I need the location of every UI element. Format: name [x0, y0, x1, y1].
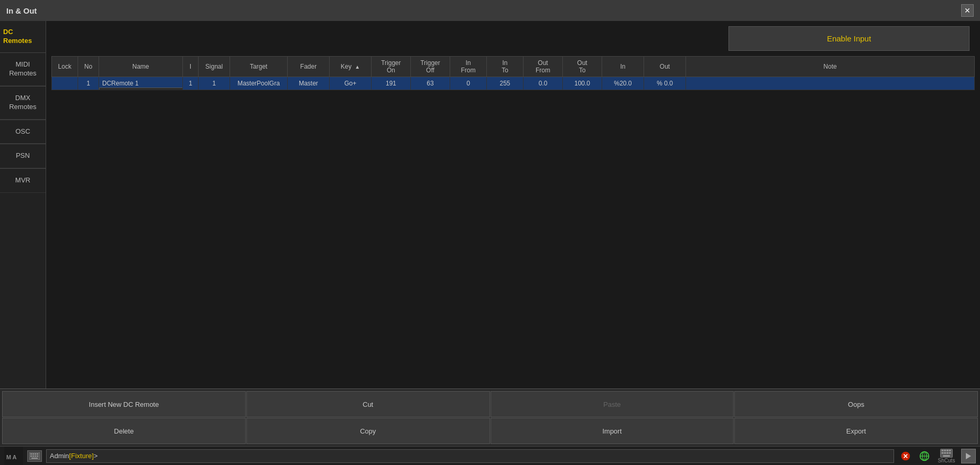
play-button[interactable] — [961, 449, 976, 463]
col-in-from: InFrom — [450, 57, 487, 77]
cell-name-text: DCRemote 1 — [102, 80, 138, 87]
sidebar-item-osc[interactable]: OSC — [0, 120, 46, 144]
col-note: Note — [686, 57, 975, 77]
col-out: Out — [644, 57, 686, 77]
svg-rect-5 — [35, 453, 36, 455]
col-name: Name — [99, 57, 183, 77]
col-signal: Signal — [199, 57, 230, 77]
svg-rect-24 — [946, 452, 949, 453]
svg-rect-9 — [35, 456, 36, 457]
table-container: Lock No Name I Signal Target Fader Key ▲… — [46, 56, 980, 388]
col-out-to: OutTo — [563, 57, 602, 77]
prompt-arrow: > — [94, 452, 98, 460]
bottom-toolbar: Insert New DC Remote Cut Paste Oops Dele… — [0, 388, 980, 446]
cell-target: MasterPoolGra — [230, 77, 288, 90]
col-in: In — [602, 57, 644, 77]
copy-button[interactable]: Copy — [246, 418, 490, 444]
col-lock: Lock — [52, 57, 78, 77]
table-body: 1 DCRemote 1 DCRemote 1 New DC Remote 1 … — [52, 77, 975, 90]
cut-button[interactable]: Cut — [246, 391, 490, 417]
ma-logo: M A — [4, 447, 23, 466]
cell-in-from: 0 — [450, 77, 487, 90]
col-key[interactable]: Key ▲ — [330, 57, 372, 77]
prompt-user: Admin — [50, 452, 69, 460]
sidebar-item-psn[interactable]: PSN — [0, 144, 46, 168]
enable-input-button[interactable]: Enable Input — [728, 26, 970, 51]
cell-trigger-on: 191 — [372, 77, 411, 90]
paste-button[interactable]: Paste — [491, 391, 734, 417]
content-area: Enable Input Lock No Name I Signal Targe… — [46, 21, 980, 388]
cell-note — [686, 77, 975, 90]
sidebar-item-dmx-remotes[interactable]: DMXRemotes — [0, 86, 46, 120]
svg-rect-11 — [31, 458, 38, 459]
col-fader: Fader — [288, 57, 330, 77]
cell-fader: Master — [288, 77, 330, 90]
svg-rect-18 — [942, 449, 944, 451]
col-target: Target — [230, 57, 288, 77]
network-status-icon[interactable] — [898, 449, 913, 463]
col-in-to: InTo — [487, 57, 524, 77]
dc-remotes-label[interactable]: DCRemotes — [0, 21, 46, 52]
svg-rect-7 — [30, 456, 32, 457]
svg-rect-22 — [942, 452, 944, 453]
col-trigger-off: TriggerOff — [411, 57, 450, 77]
sidebar-item-mvr[interactable]: MVR — [0, 169, 46, 193]
svg-rect-25 — [949, 452, 951, 453]
cell-in-to: 255 — [487, 77, 524, 90]
dropdown-item-dcremote1[interactable]: DCRemote 1 — [100, 88, 182, 90]
import-button[interactable]: Import — [491, 418, 734, 444]
cell-key: Go+ — [330, 77, 372, 90]
cell-trigger-off: 63 — [411, 77, 450, 90]
cell-out-from: 0.0 — [524, 77, 563, 90]
cell-col4: 1 — [183, 77, 199, 90]
svg-rect-4 — [32, 453, 34, 455]
col-i: I — [183, 57, 199, 77]
sidebar: DCRemotes MIDIRemotes DMXRemotes OSC PSN… — [0, 21, 46, 388]
delete-button[interactable]: Delete — [2, 418, 246, 444]
svg-text:M A: M A — [6, 454, 17, 460]
cell-signal: 1 — [199, 77, 230, 90]
table-row[interactable]: 1 DCRemote 1 DCRemote 1 New DC Remote 1 … — [52, 77, 975, 90]
cell-name[interactable]: DCRemote 1 DCRemote 1 New DC Remote — [99, 77, 183, 90]
svg-marker-27 — [966, 453, 971, 459]
command-input-wrapper[interactable]: Admin[Fixture]> — [46, 449, 894, 463]
globe-icon[interactable] — [917, 449, 932, 463]
sort-arrow-key: ▲ — [355, 64, 360, 70]
window-title: In & Out — [6, 6, 37, 15]
col-no: No — [78, 57, 99, 77]
svg-rect-20 — [946, 449, 949, 451]
remotes-table: Lock No Name I Signal Target Fader Key ▲… — [51, 56, 975, 90]
svg-rect-3 — [30, 453, 32, 455]
keyboard-icon — [27, 450, 42, 462]
svg-rect-8 — [32, 456, 34, 457]
sidebar-item-midi-remotes[interactable]: MIDIRemotes — [0, 53, 46, 86]
oops-button[interactable]: Oops — [734, 391, 978, 417]
close-btn[interactable]: ✕ — [961, 4, 974, 17]
shortcuts-label: ShCuts — [938, 458, 955, 463]
svg-rect-23 — [944, 452, 946, 453]
main-layout: DCRemotes MIDIRemotes DMXRemotes OSC PSN… — [0, 21, 980, 388]
table-header-row: Lock No Name I Signal Target Fader Key ▲… — [52, 57, 975, 77]
svg-rect-19 — [944, 449, 946, 451]
cell-no: 1 — [78, 77, 99, 90]
insert-new-button[interactable]: Insert New DC Remote — [2, 391, 246, 417]
status-bar: M A Admin[Fixture]> — [0, 446, 980, 465]
cell-in: %20.0 — [602, 77, 644, 90]
cell-lock — [52, 77, 78, 90]
cell-out-to: 100.0 — [563, 77, 602, 90]
prompt-fixture: [Fixture] — [69, 452, 94, 460]
svg-rect-21 — [949, 449, 951, 451]
title-bar: In & Out ✕ — [0, 0, 980, 21]
keyboard-shortcut-icon[interactable]: ShCuts — [936, 449, 957, 463]
cell-out: % 0.0 — [644, 77, 686, 90]
svg-rect-26 — [943, 455, 950, 457]
svg-rect-10 — [37, 456, 38, 457]
name-dropdown: DCRemote 1 New DC Remote — [99, 88, 183, 90]
col-out-from: OutFrom — [524, 57, 563, 77]
svg-rect-6 — [37, 453, 38, 455]
export-button[interactable]: Export — [734, 418, 978, 444]
enable-input-area: Enable Input — [46, 21, 980, 56]
col-trigger-on: TriggerOn — [372, 57, 411, 77]
